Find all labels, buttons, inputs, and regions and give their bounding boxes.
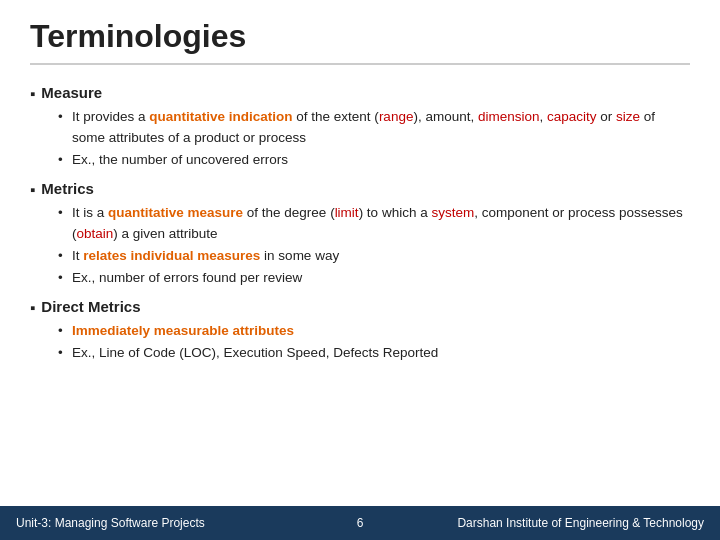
highlight-size: size [616, 109, 640, 124]
section-direct-metrics-header: ▪ Direct Metrics [30, 295, 690, 319]
highlight-quantitative-indication: quantitative indication [149, 109, 292, 124]
highlight-limit: limit [335, 205, 359, 220]
slide-content: ▪ Measure It provides a quantitative ind… [30, 75, 690, 506]
section-metrics-header: ▪ Metrics [30, 177, 690, 201]
section-title-direct-metrics: Direct Metrics [41, 295, 140, 318]
highlight-capacity: capacity [547, 109, 597, 124]
list-item: Ex., number of errors found per review [58, 268, 690, 289]
measure-bullets: It provides a quantitative indication of… [30, 107, 690, 171]
section-bullet-metrics: ▪ [30, 178, 35, 201]
slide: Terminologies ▪ Measure It provides a qu… [0, 0, 720, 540]
highlight-quantitative-measure: quantitative measure [108, 205, 243, 220]
list-item: It is a quantitative measure of the degr… [58, 203, 690, 245]
list-item: Ex., Line of Code (LOC), Execution Speed… [58, 343, 690, 364]
highlight-immediately-measurable: Immediately measurable attributes [72, 323, 294, 338]
section-title-measure: Measure [41, 81, 102, 104]
section-title-metrics: Metrics [41, 177, 94, 200]
list-item: Immediately measurable attributes [58, 321, 690, 342]
list-item: Ex., the number of uncovered errors [58, 150, 690, 171]
highlight-dimension: dimension [478, 109, 540, 124]
footer-right-text: Darshan Institute of Engineering & Techn… [390, 516, 704, 530]
footer-page-number: 6 [330, 516, 390, 530]
section-bullet-measure: ▪ [30, 82, 35, 105]
slide-title: Terminologies [30, 18, 690, 65]
highlight-relates-individual: relates individual measures [83, 248, 260, 263]
direct-metrics-bullets: Immediately measurable attributes Ex., L… [30, 321, 690, 364]
highlight-system: system [431, 205, 474, 220]
slide-footer: Unit-3: Managing Software Projects 6 Dar… [0, 506, 720, 540]
highlight-obtain: obtain [77, 226, 114, 241]
list-item: It relates individual measures in some w… [58, 246, 690, 267]
list-item: It provides a quantitative indication of… [58, 107, 690, 149]
section-measure-header: ▪ Measure [30, 81, 690, 105]
metrics-bullets: It is a quantitative measure of the degr… [30, 203, 690, 289]
footer-left-text: Unit-3: Managing Software Projects [16, 516, 330, 530]
section-bullet-direct-metrics: ▪ [30, 296, 35, 319]
highlight-range: range [379, 109, 414, 124]
